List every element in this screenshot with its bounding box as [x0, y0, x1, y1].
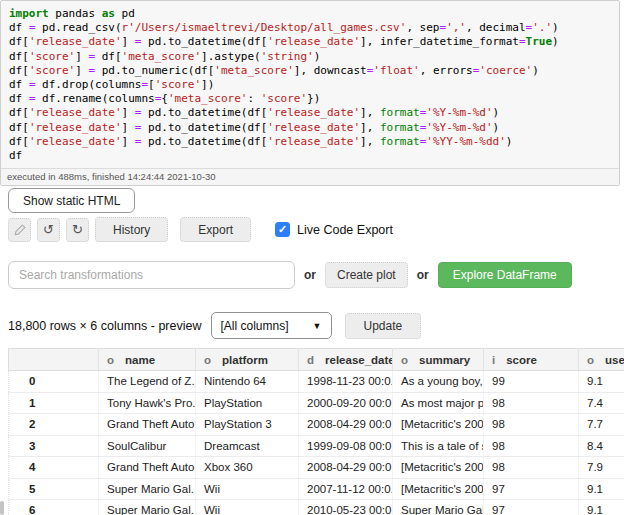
checkbox-checked-icon[interactable]: ✓ — [275, 222, 290, 237]
columns-filter-dropdown[interactable]: [All columns] ▼ — [211, 312, 332, 339]
table-header-row: onameoplatformdrelease_dateosummaryiscor… — [9, 349, 624, 371]
columns-filter-value: [All columns] — [221, 319, 289, 333]
column-header-release_date[interactable]: drelease_date — [299, 349, 393, 371]
row-index: 0 — [9, 371, 99, 393]
code-line: df['release_date'] = pd.to_datetime(df['… — [9, 106, 611, 120]
index-column-header — [9, 349, 99, 371]
undo-icon: ↺ — [43, 222, 54, 237]
preview-bar: 18,800 rows × 6 columns - preview [All c… — [8, 312, 421, 339]
edit-button[interactable] — [8, 218, 31, 242]
show-static-html-button[interactable]: Show static HTML — [8, 188, 135, 213]
table-cell: 98 — [484, 414, 579, 436]
table-cell: 1999-09-08 00:0... — [299, 435, 393, 457]
redo-icon: ↻ — [72, 222, 83, 237]
dataframe-table: onameoplatformdrelease_dateosummaryiscor… — [8, 348, 624, 515]
code-line: df = df.rename(columns={'meta_score': 's… — [9, 92, 611, 106]
column-header-score[interactable]: iscore — [484, 349, 579, 371]
table-cell: 2010-05-23 00:0... — [299, 500, 393, 515]
table-cell: 2008-04-29 00:0... — [299, 457, 393, 479]
table-cell: As a young boy, ... — [393, 371, 484, 393]
table-cell: [Metacritic's 200... — [393, 414, 484, 436]
explore-dataframe-button[interactable]: Explore DataFrame — [438, 262, 572, 288]
table-cell: Nintendo 64 — [196, 371, 299, 393]
update-button[interactable]: Update — [345, 313, 422, 339]
dataframe-shape-summary: 18,800 rows × 6 columns - preview — [8, 319, 202, 333]
table-cell: Super Mario Gal... — [99, 478, 196, 500]
table-cell: 98 — [484, 457, 579, 479]
dtype-badge: d — [307, 354, 314, 366]
table-cell: 8.4 — [579, 435, 624, 457]
live-code-export-label: Live Code Export — [297, 223, 393, 237]
table-cell: Xbox 360 — [196, 457, 299, 479]
chevron-down-icon: ▼ — [313, 321, 322, 331]
row-index: 1 — [9, 392, 99, 414]
dtype-badge: o — [204, 354, 211, 366]
code-line: df — [9, 149, 611, 163]
table-row: 5Super Mario Gal...Wii2007-11-12 00:0...… — [9, 478, 624, 500]
table-cell: This is a tale of s... — [393, 435, 484, 457]
code-line: df['release_date'] = pd.to_datetime(df['… — [9, 135, 611, 149]
table-row: 3SoulCaliburDreamcast1999-09-08 00:0...T… — [9, 435, 624, 457]
table-cell: Grand Theft Auto... — [99, 457, 196, 479]
column-label: platform — [222, 354, 268, 366]
table-cell: 7.9 — [579, 457, 624, 479]
table-cell: 99 — [484, 371, 579, 393]
dtype-badge: o — [107, 354, 114, 366]
table-cell: Grand Theft Auto... — [99, 414, 196, 436]
dtype-badge: o — [401, 354, 408, 366]
code-line: df['score'] = pd.to_numeric(df['meta_sco… — [9, 64, 611, 78]
undo-button[interactable]: ↺ — [37, 218, 60, 242]
row-index: 3 — [9, 435, 99, 457]
table-cell: 1998-11-23 00:0... — [299, 371, 393, 393]
table-row: 1Tony Hawk's Pro...PlayStation2000-09-20… — [9, 392, 624, 414]
column-header-name[interactable]: oname — [99, 349, 196, 371]
dtype-badge: o — [587, 354, 594, 366]
table-cell: [Metacritic's 200... — [393, 478, 484, 500]
table-cell: 9.1 — [579, 478, 624, 500]
column-label: name — [125, 354, 155, 366]
code-line: df = pd.read_csv(r'/Users/ismaeltrevi/De… — [9, 21, 611, 35]
create-plot-button[interactable]: Create plot — [325, 262, 408, 288]
column-label: score — [506, 354, 537, 366]
dataframe-preview-table: onameoplatformdrelease_dateosummaryiscor… — [8, 348, 624, 515]
table-cell: As most major p... — [393, 392, 484, 414]
row-index: 6 — [9, 500, 99, 515]
table-cell: Super Mario Gal... — [99, 500, 196, 515]
code-line: df['score'] = df['meta_score'].astype('s… — [9, 50, 611, 64]
column-header-summary[interactable]: osummary — [393, 349, 484, 371]
table-cell: 2000-09-20 00:0... — [299, 392, 393, 414]
or-separator: or — [417, 268, 429, 282]
table-row: 0The Legend of Z...Nintendo 641998-11-23… — [9, 371, 624, 393]
code-line: import pandas as pd — [9, 7, 611, 21]
table-cell: 97 — [484, 500, 579, 515]
row-index: 2 — [9, 414, 99, 436]
table-cell: 98 — [484, 392, 579, 414]
table-cell: SoulCalibur — [99, 435, 196, 457]
row-index: 5 — [9, 478, 99, 500]
table-cell: Wii — [196, 500, 299, 515]
code-line: df = df.drop(columns=['score']) — [9, 78, 611, 92]
pencil-icon — [14, 224, 26, 236]
table-row: 2Grand Theft Auto...PlayStation 32008-04… — [9, 414, 624, 436]
column-header-user[interactable]: ouser — [579, 349, 624, 371]
column-label: summary — [419, 354, 470, 366]
or-separator: or — [304, 268, 316, 282]
table-row: 6Super Mario Gal...Wii2010-05-23 00:0...… — [9, 500, 624, 515]
code-editor[interactable]: import pandas as pddf = pd.read_csv(r'/U… — [1, 1, 619, 168]
table-cell: Wii — [196, 478, 299, 500]
export-button[interactable]: Export — [180, 217, 251, 242]
redo-button[interactable]: ↻ — [66, 218, 89, 242]
row-index: 4 — [9, 457, 99, 479]
search-transformations-input[interactable] — [8, 261, 295, 289]
column-header-platform[interactable]: oplatform — [196, 349, 299, 371]
code-line: df['release_date'] = pd.to_datetime(df['… — [9, 121, 611, 135]
table-cell: 2007-11-12 00:0... — [299, 478, 393, 500]
transformation-bar: or Create plot or Explore DataFrame — [8, 261, 572, 289]
history-button[interactable]: History — [95, 217, 168, 242]
bamboolib-toolbar: ↺ ↻ History Export ✓ Live Code Export — [8, 217, 393, 242]
live-code-export-toggle[interactable]: ✓ Live Code Export — [275, 222, 393, 237]
column-label: release_date — [325, 354, 392, 366]
table-cell: PlayStation 3 — [196, 414, 299, 436]
dtype-badge: i — [492, 354, 495, 366]
scrollbar-thumb[interactable] — [0, 501, 4, 515]
